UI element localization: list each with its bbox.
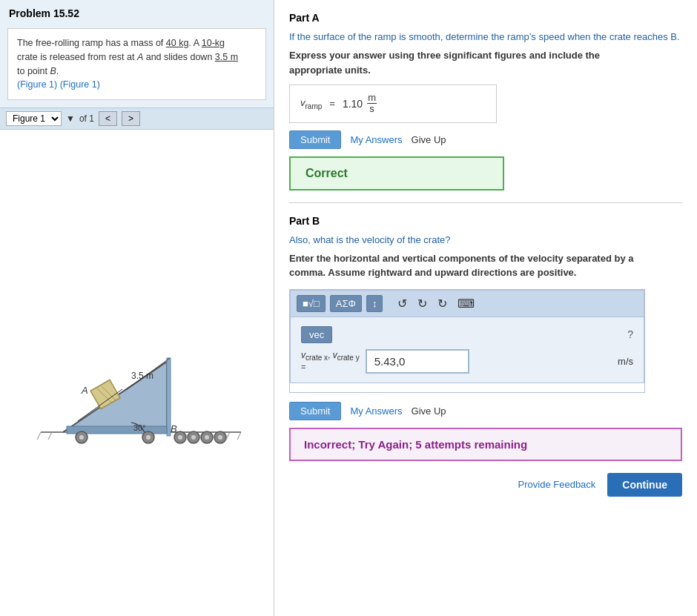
- continue-button[interactable]: Continue: [607, 473, 682, 497]
- problem-description: The free-rolling ramp has a mass of 40 k…: [7, 28, 266, 100]
- figure-prev-button[interactable]: <: [99, 111, 117, 126]
- part-b-title: Part B: [289, 215, 682, 227]
- svg-point-7: [79, 435, 84, 440]
- part-b-input-area: vec ? vcrate x, vcrate y = m/s: [290, 317, 644, 383]
- part-a-equals: =: [329, 98, 335, 109]
- keyboard-button[interactable]: ⌨: [455, 295, 478, 312]
- sqrt-button[interactable]: ■√□: [297, 295, 326, 312]
- svg-point-13: [191, 435, 196, 440]
- redo-button[interactable]: ↻: [414, 295, 430, 312]
- part-a-question: If the surface of the ramp is smooth, de…: [289, 31, 682, 42]
- sqrt-icon: ■√□: [303, 298, 320, 309]
- part-b-answer-input[interactable]: [366, 349, 469, 374]
- svg-line-26: [237, 432, 241, 440]
- part-a-title: Part A: [289, 12, 682, 24]
- part-a-my-answers-link[interactable]: My Answers: [350, 134, 402, 145]
- ase-button[interactable]: AΣΦ: [330, 295, 362, 312]
- part-divider: [289, 202, 682, 203]
- angle-label: 30°: [133, 423, 146, 432]
- distance-label: 3.5 m: [131, 371, 153, 381]
- bottom-row: Provide Feedback Continue: [289, 473, 682, 497]
- provide-feedback-link[interactable]: Provide Feedback: [518, 479, 596, 490]
- svg-point-9: [146, 435, 151, 440]
- part-b-question: Also, what is the velocity of the crate?: [289, 234, 682, 245]
- part-a-answer-value: 1.10: [343, 98, 363, 110]
- description-text: The free-rolling ramp has a mass of 40 k…: [17, 38, 238, 90]
- part-b-input-label: vcrate x, vcrate y =: [301, 350, 360, 372]
- part-b-input-row: vcrate x, vcrate y = m/s: [301, 349, 633, 374]
- point-b-label: B: [171, 423, 177, 434]
- svg-point-15: [205, 435, 209, 440]
- figure-of-label: ▼: [66, 113, 75, 124]
- help-button[interactable]: ?: [627, 328, 633, 340]
- svg-point-11: [178, 435, 182, 440]
- part-a-submit-button[interactable]: Submit: [289, 130, 341, 149]
- part-a-unit-num: m: [367, 93, 377, 104]
- svg-point-17: [218, 435, 222, 440]
- svg-line-24: [48, 432, 52, 440]
- refresh-button[interactable]: ↻: [435, 295, 450, 312]
- part-b-unit-label: m/s: [618, 356, 633, 367]
- matrix-icon: ↕: [372, 298, 377, 309]
- math-toolbar: ■√□ AΣΦ ↕ ↺ ↻ ↻ ⌨: [290, 290, 644, 317]
- figure-next-button[interactable]: >: [122, 111, 140, 126]
- undo-button[interactable]: ↺: [394, 295, 410, 312]
- figure-of-text: of 1: [79, 113, 94, 124]
- problem-title: Problem 15.52: [0, 0, 274, 24]
- part-a-answer-label: vramp: [300, 97, 322, 110]
- part-a-unit-den: s: [369, 104, 375, 114]
- vec-button[interactable]: vec: [301, 326, 332, 343]
- part-a-instruction: Express your answer using three signific…: [289, 48, 682, 77]
- figure-bar: Figure 1 ▼ of 1 < >: [0, 107, 274, 130]
- part-a-give-up[interactable]: Give Up: [412, 134, 446, 145]
- svg-line-25: [226, 432, 230, 440]
- part-a-unit: m s: [367, 93, 377, 115]
- part-a-answer-box: vramp = 1.10 m s: [289, 85, 497, 123]
- part-b-submit-button[interactable]: Submit: [289, 402, 341, 420]
- point-a-label: A: [81, 385, 88, 396]
- part-b-input-container: ■√□ AΣΦ ↕ ↺ ↻ ↻ ⌨ vec ?: [289, 289, 645, 393]
- part-b-action-row: Submit My Answers Give Up: [289, 402, 682, 420]
- matrix-button[interactable]: ↕: [366, 295, 383, 312]
- part-b-instruction: Enter the horizontal and vertical compon…: [289, 251, 682, 280]
- figure-image-area: A B 3.5 m 30°: [0, 130, 274, 616]
- figure-link-text[interactable]: (Figure 1): [60, 79, 100, 90]
- figure-link[interactable]: (Figure 1): [17, 79, 57, 90]
- figure-svg: A B 3.5 m 30°: [19, 284, 256, 462]
- figure-select[interactable]: Figure 1: [6, 111, 62, 126]
- part-a-correct-banner: Correct: [289, 156, 504, 191]
- svg-line-23: [37, 432, 41, 440]
- right-panel: Part A If the surface of the ramp is smo…: [274, 0, 697, 616]
- ase-icon: AΣΦ: [336, 298, 356, 309]
- part-b-give-up[interactable]: Give Up: [412, 405, 446, 417]
- part-b-my-answers-link[interactable]: My Answers: [350, 405, 402, 417]
- part-b-incorrect-banner: Incorrect; Try Again; 5 attempts remaini…: [289, 428, 682, 461]
- part-a-action-row: Submit My Answers Give Up: [289, 130, 682, 149]
